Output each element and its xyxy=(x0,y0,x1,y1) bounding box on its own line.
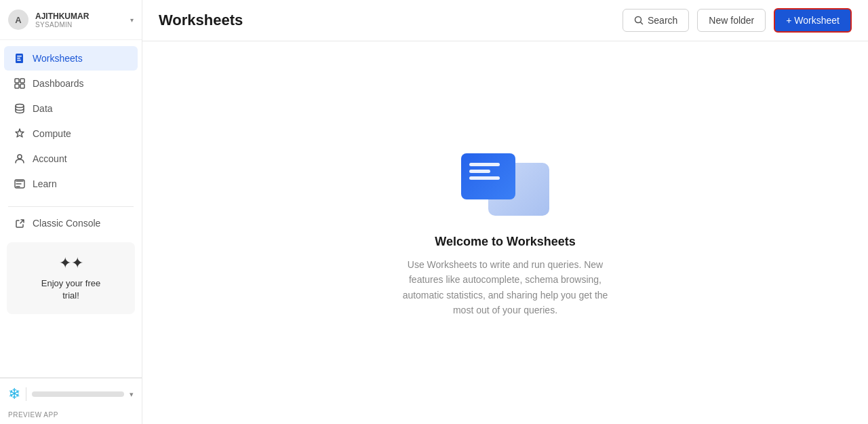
data-icon xyxy=(14,102,26,115)
illustration-line-2 xyxy=(469,170,490,173)
sidebar-item-worksheets[interactable]: Worksheets xyxy=(4,46,138,71)
preview-app-label: PREVIEW APP xyxy=(0,410,142,424)
account-icon xyxy=(14,153,26,165)
sidebar-item-learn[interactable]: Learn xyxy=(4,172,138,196)
sidebar-item-compute[interactable]: Compute xyxy=(4,121,138,146)
svg-point-9 xyxy=(18,155,22,159)
sparkle-icon: ✦✦ xyxy=(59,254,83,272)
svg-rect-6 xyxy=(15,84,19,88)
nav-divider xyxy=(8,206,134,207)
svg-point-8 xyxy=(16,104,24,108)
external-link-icon xyxy=(14,217,26,229)
user-role: SYSADMIN xyxy=(35,21,123,28)
search-icon xyxy=(634,16,644,25)
svg-rect-7 xyxy=(20,84,24,88)
footer-divider xyxy=(26,387,26,401)
welcome-title: Welcome to Worksheets xyxy=(435,235,575,249)
new-worksheet-button[interactable]: + Worksheet xyxy=(774,8,852,33)
footer-chevron-down-icon: ▾ xyxy=(130,390,134,399)
svg-rect-1 xyxy=(17,56,22,57)
sidebar-item-account[interactable]: Account xyxy=(4,147,138,171)
user-info: AJITHKUMAR SYSADMIN xyxy=(35,12,123,28)
main-body: Welcome to Worksheets Use Worksheets to … xyxy=(142,41,868,424)
illustration-line-1 xyxy=(469,163,500,166)
snowflake-logo-icon: ❄ xyxy=(8,385,20,403)
welcome-description: Use Worksheets to write and run queries.… xyxy=(397,257,614,318)
new-worksheet-button-label: + Worksheet xyxy=(786,15,840,26)
sidebar-footer: ❄ ▾ PREVIEW APP xyxy=(0,377,142,424)
sidebar-item-learn-label: Learn xyxy=(33,178,57,189)
svg-rect-2 xyxy=(17,58,20,59)
dashboard-icon xyxy=(14,77,26,90)
main-content: Worksheets Search New folder + Worksheet… xyxy=(142,0,868,424)
sidebar-item-dashboards-label: Dashboards xyxy=(33,78,84,89)
sidebar-item-compute-label: Compute xyxy=(33,128,71,139)
user-profile[interactable]: A AJITHKUMAR SYSADMIN ▾ xyxy=(0,0,142,40)
chevron-down-icon: ▾ xyxy=(130,16,134,24)
illustration-line-3 xyxy=(469,176,500,180)
sidebar-item-data-label: Data xyxy=(33,103,53,114)
free-trial-text: Enjoy your freetrial! xyxy=(41,277,100,302)
learn-icon xyxy=(14,178,26,190)
avatar: A xyxy=(8,9,28,30)
new-folder-button-label: New folder xyxy=(709,15,754,26)
sidebar-item-worksheets-label: Worksheets xyxy=(33,53,83,64)
new-folder-button[interactable]: New folder xyxy=(697,9,766,32)
classic-console-label: Classic Console xyxy=(33,218,100,229)
avatar-initial: A xyxy=(15,15,21,25)
search-button[interactable]: Search xyxy=(623,9,689,32)
footer-progress-bar xyxy=(32,391,124,397)
svg-rect-4 xyxy=(15,79,19,83)
sidebar: A AJITHKUMAR SYSADMIN ▾ Worksheet xyxy=(0,0,142,424)
worksheet-illustration xyxy=(461,148,549,216)
sidebar-item-dashboards[interactable]: Dashboards xyxy=(4,71,138,96)
page-title: Worksheets xyxy=(159,12,614,29)
compute-icon xyxy=(14,128,26,140)
worksheet-icon xyxy=(14,52,26,64)
user-name: AJITHKUMAR xyxy=(35,12,123,21)
footer-content[interactable]: ❄ ▾ xyxy=(0,378,142,410)
search-button-label: Search xyxy=(648,15,677,26)
sidebar-item-data[interactable]: Data xyxy=(4,96,138,121)
sidebar-item-classic-console[interactable]: Classic Console xyxy=(4,211,138,235)
free-trial-box[interactable]: ✦✦ Enjoy your freetrial! xyxy=(7,242,135,314)
sidebar-item-account-label: Account xyxy=(33,153,67,164)
svg-rect-5 xyxy=(20,79,24,83)
illustration-front xyxy=(461,153,515,199)
svg-rect-3 xyxy=(17,60,21,61)
main-header: Worksheets Search New folder + Worksheet xyxy=(142,0,868,41)
nav-section: Worksheets Dashboards xyxy=(0,40,142,202)
